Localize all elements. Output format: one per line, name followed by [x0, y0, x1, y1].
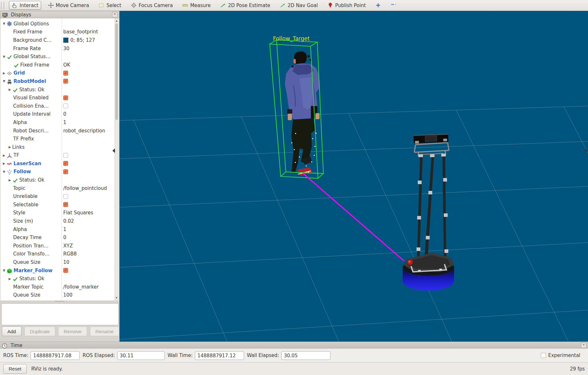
checkbox-checked-icon[interactable]: ✓: [63, 79, 68, 84]
tree-row-links[interactable]: ▶Links: [0, 143, 119, 151]
tool-2d-pose-estimate[interactable]: 2D Pose Estimate: [217, 1, 273, 10]
reset-button[interactable]: Reset: [3, 364, 27, 374]
tree-row-size-m-[interactable]: Size (m)0.02: [0, 217, 119, 225]
tree-row-value[interactable]: [63, 103, 68, 108]
tree-row-color-transfo-[interactable]: Color Transfo…RGB8: [0, 250, 119, 258]
tree-row-value[interactable]: [63, 194, 68, 199]
tree-row-laserscan[interactable]: ▶LaserScan✓: [0, 159, 119, 168]
tree-row-robot-descri-[interactable]: Robot Descri…robot_description: [0, 127, 119, 135]
scroll-down-icon[interactable]: ▼: [115, 297, 118, 299]
chevron-right-icon[interactable]: ▶: [2, 162, 6, 165]
chevron-down-icon[interactable]: ▼: [2, 22, 6, 25]
tree-row-status-ok[interactable]: ▶Status: Ok: [0, 85, 119, 94]
chevron-right-icon[interactable]: ▶: [7, 145, 12, 149]
tool-add-tool-icon[interactable]: [373, 1, 384, 10]
tree-row-value[interactable]: ✓: [63, 71, 68, 76]
chevron-right-icon[interactable]: ▶: [7, 277, 12, 281]
checkbox-checked-icon[interactable]: ✓: [63, 202, 68, 207]
tree-row-position-tran-[interactable]: Position Tran…XYZ: [0, 242, 119, 250]
tool-focus-camera[interactable]: Focus Camera: [128, 1, 175, 10]
checkbox-icon[interactable]: [541, 353, 546, 358]
tree-row-global-options[interactable]: ▼Global Options: [0, 20, 119, 28]
scroll-up-icon[interactable]: ▲: [115, 20, 118, 22]
tree-row-value[interactable]: ✓: [63, 95, 68, 100]
tree-row-value[interactable]: ✓: [63, 268, 68, 273]
chevron-right-icon[interactable]: ▶: [7, 178, 12, 182]
tree-row-robotmodel[interactable]: ▼RobotModel✓: [0, 77, 119, 85]
splitter-collapse-left-icon[interactable]: [112, 148, 115, 153]
scrollbar-thumb[interactable]: [115, 23, 118, 120]
tree-splitter[interactable]: [0, 300, 119, 303]
tree-row-style[interactable]: StyleFlat Squares: [0, 209, 119, 217]
tree-row-label: RobotModel: [13, 78, 46, 84]
tree-row-status-ok[interactable]: ▶Status: Ok: [0, 274, 119, 283]
tree-row-update-interval[interactable]: Update Interval0: [0, 110, 119, 119]
value-text: base_footprint: [63, 29, 98, 35]
chevron-down-icon[interactable]: ▼: [2, 55, 6, 58]
tree-row-alpha[interactable]: Alpha1: [0, 118, 119, 127]
tree-row-unreliable[interactable]: Unreliable: [0, 192, 119, 201]
tree-row-value[interactable]: ✓: [63, 79, 68, 84]
tool-remove-tool-icon[interactable]: [388, 1, 399, 10]
tree-row-grid[interactable]: ▶Grid✓: [0, 69, 119, 77]
chevron-down-icon[interactable]: ▼: [2, 269, 6, 272]
tree-row-marker-follow[interactable]: ▼Marker_Follow✓: [0, 266, 119, 275]
tree-row-value[interactable]: ✓: [63, 161, 68, 166]
tree-row-value[interactable]: [63, 153, 68, 158]
tree-row-fixed-frame[interactable]: Fixed FrameOK: [0, 61, 119, 69]
tool-select[interactable]: Select: [96, 1, 124, 10]
checkbox-checked-icon[interactable]: ✓: [63, 268, 68, 273]
close-icon[interactable]: ✕: [581, 343, 586, 348]
checkbox-unchecked-icon[interactable]: [63, 194, 68, 199]
chevron-down-icon[interactable]: ▼: [2, 79, 6, 83]
toolbar-grip[interactable]: [1, 2, 4, 9]
time-field-input[interactable]: 1488887917.12: [195, 351, 244, 360]
time-field-input[interactable]: 1488887917.08: [31, 351, 80, 360]
chevron-right-icon[interactable]: ▶: [2, 71, 6, 75]
tree-row-fixed-frame[interactable]: Fixed Framebase_footprint: [0, 28, 119, 36]
tree-row-tf[interactable]: ▶TF: [0, 151, 119, 160]
checkbox-checked-icon[interactable]: ✓: [63, 169, 68, 174]
tree-row-decay-time[interactable]: Decay Time0: [0, 233, 119, 242]
tree-row-value[interactable]: ✓: [63, 169, 68, 174]
tree-row-marker-topic[interactable]: Marker Topic/follow_marker: [0, 283, 119, 291]
checkbox-checked-icon[interactable]: ✓: [63, 95, 68, 100]
time-field-input[interactable]: 30.11: [117, 351, 165, 360]
tree-row-global-status-[interactable]: ▼Global Status…: [0, 52, 119, 61]
checkbox-unchecked-icon[interactable]: [63, 153, 68, 158]
tree-row-value[interactable]: ✓: [63, 202, 68, 207]
chevron-right-icon[interactable]: ▶: [7, 88, 12, 91]
splitter-collapse-right-icon[interactable]: [585, 148, 588, 153]
experimental-checkbox[interactable]: Experimental: [541, 353, 580, 358]
tree-row-queue-size[interactable]: Queue Size100: [0, 291, 119, 299]
time-field-input[interactable]: 30.05: [281, 351, 330, 360]
checkbox-checked-icon[interactable]: ✓: [63, 161, 68, 166]
tool-interact[interactable]: Interact: [9, 1, 41, 10]
tree-row-topic[interactable]: Topic/follow_pointcloud: [0, 184, 119, 192]
tree-row-collision-ena-[interactable]: Collision Ena…: [0, 102, 119, 110]
displays-scrollbar[interactable]: ▲ ▼: [115, 19, 118, 300]
tool-publish-point[interactable]: Publish Point: [325, 1, 368, 10]
tree-row-queue-size[interactable]: Queue Size10: [0, 258, 119, 266]
close-icon[interactable]: ✕: [112, 12, 118, 17]
tool-2d-nav-goal[interactable]: 2D Nav Goal: [277, 1, 320, 10]
chevron-down-icon[interactable]: ▼: [2, 170, 6, 174]
tool-move-camera[interactable]: Move Camera: [45, 1, 92, 10]
tree-row-frame-rate[interactable]: Frame Rate30: [0, 44, 119, 53]
tree-row-visual-enabled[interactable]: Visual Enabled✓: [0, 94, 119, 102]
chevron-right-icon[interactable]: ▶: [2, 154, 6, 157]
checkbox-unchecked-icon[interactable]: [63, 103, 68, 108]
tree-row-follow[interactable]: ▼Follow✓: [0, 168, 119, 176]
tree-row-selectable[interactable]: Selectable✓: [0, 201, 119, 209]
tool-measure[interactable]: Measure: [180, 1, 213, 10]
tree-row-label: Fixed Frame: [20, 62, 49, 68]
checkbox-checked-icon[interactable]: ✓: [63, 71, 68, 76]
tree-row-status-ok[interactable]: ▶Status: Ok: [0, 176, 119, 184]
tree-row-tf-prefix[interactable]: TF Prefix: [0, 135, 119, 143]
tree-row-background-c-[interactable]: Background C…0; 85; 127: [0, 36, 119, 44]
tree-row-value: robot_description: [63, 128, 105, 134]
add-button[interactable]: Add: [2, 326, 22, 336]
tree-row-alpha[interactable]: Alpha1: [0, 225, 119, 234]
tree-row-value: 1: [63, 120, 66, 125]
render-viewport[interactable]: Follow_Target: [119, 11, 588, 342]
